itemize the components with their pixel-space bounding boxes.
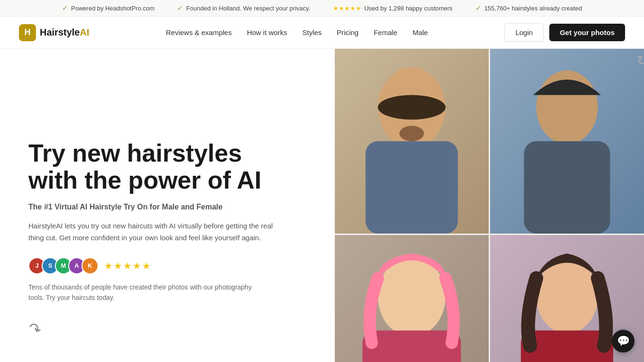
banner-item-3: ★★★★★ Used by 1,298 happy customers xyxy=(333,4,452,12)
nav-styles[interactable]: Styles xyxy=(302,28,322,36)
hero-title-line1: Try new hairstyles xyxy=(28,139,242,167)
hero-photo-grid: ↻ ↻ xyxy=(335,49,644,362)
banner-text-2: Founded in Holland. We respect your priv… xyxy=(186,5,310,12)
banner-text-3: Used by 1,298 happy customers xyxy=(364,5,452,12)
logo-mark: H xyxy=(19,24,36,41)
hero-title-line2: with the power of AI xyxy=(28,166,261,194)
arrow-left-icon: ↻ xyxy=(335,53,337,68)
stars-icon: ★★★★★ xyxy=(333,5,361,12)
nav-reviews[interactable]: Reviews & examples xyxy=(166,28,232,36)
logo-text: HairstyleAI xyxy=(40,27,89,38)
banner-item-1: ✓ Powered by HeadshotPro.com xyxy=(62,4,154,12)
svg-point-2 xyxy=(378,95,446,119)
hero-title: Try new hairstyles with the power of AI xyxy=(28,140,316,194)
svg-rect-5 xyxy=(524,141,610,234)
proof-text: Tens of thousands of people have created… xyxy=(28,282,265,303)
get-photos-button[interactable]: Get your photos xyxy=(549,24,625,41)
top-banner: ✓ Powered by HeadshotPro.com ✓ Founded i… xyxy=(0,0,644,17)
check-icon-2: ✓ xyxy=(177,4,183,12)
nav-male[interactable]: Male xyxy=(412,28,428,36)
chat-icon: 💬 xyxy=(617,335,630,347)
social-proof: J S M A K ★★★★★ xyxy=(28,257,316,274)
banner-item-4: ✓ 155,760+ hairstyles already created xyxy=(475,4,582,12)
nav-female[interactable]: Female xyxy=(374,28,397,36)
check-icon-1: ✓ xyxy=(62,4,68,12)
banner-text-4: 155,760+ hairstyles already created xyxy=(484,5,582,12)
svg-rect-7 xyxy=(363,330,461,362)
svg-point-3 xyxy=(400,126,424,141)
person-illustration-1 xyxy=(335,49,489,234)
proof-stars: ★★★★★ xyxy=(104,260,152,272)
hero-left: Try new hairstyles with the power of AI … xyxy=(0,49,335,362)
svg-rect-1 xyxy=(366,141,458,234)
person-illustration-3 xyxy=(335,235,489,362)
banner-text-1: Powered by HeadshotPro.com xyxy=(71,5,154,12)
nav-pricing[interactable]: Pricing xyxy=(337,28,358,36)
hero-description: HairstyleAI lets you try out new haircut… xyxy=(28,220,275,244)
avatar-stack: J S M A K xyxy=(28,257,98,274)
chat-button[interactable]: 💬 xyxy=(612,330,635,353)
arrow-right-icon: ↻ xyxy=(637,53,644,68)
hero-subtitle: The #1 Virtual AI Hairstyle Try On for M… xyxy=(28,203,316,211)
hero-section: Try new hairstyles with the power of AI … xyxy=(0,49,644,362)
login-button[interactable]: Login xyxy=(504,23,544,42)
nav-how-it-works[interactable]: How it works xyxy=(247,28,287,36)
nav-links: Reviews & examples How it works Styles P… xyxy=(166,28,428,37)
avatar-5: K xyxy=(81,257,98,274)
logo[interactable]: H HairstyleAI xyxy=(19,24,89,41)
check-icon-4: ✓ xyxy=(475,4,482,12)
svg-point-8 xyxy=(537,260,598,334)
photo-cell-3 xyxy=(335,235,489,362)
scroll-arrow-icon: ↷ xyxy=(26,318,44,340)
navbar: H HairstyleAI Reviews & examples How it … xyxy=(0,17,644,49)
banner-item-2: ✓ Founded in Holland. We respect your pr… xyxy=(177,4,310,12)
photo-cell-2 xyxy=(490,49,644,234)
photo-cell-1 xyxy=(335,49,489,234)
nav-actions: Login Get your photos xyxy=(504,23,625,42)
person-illustration-2 xyxy=(490,49,644,234)
